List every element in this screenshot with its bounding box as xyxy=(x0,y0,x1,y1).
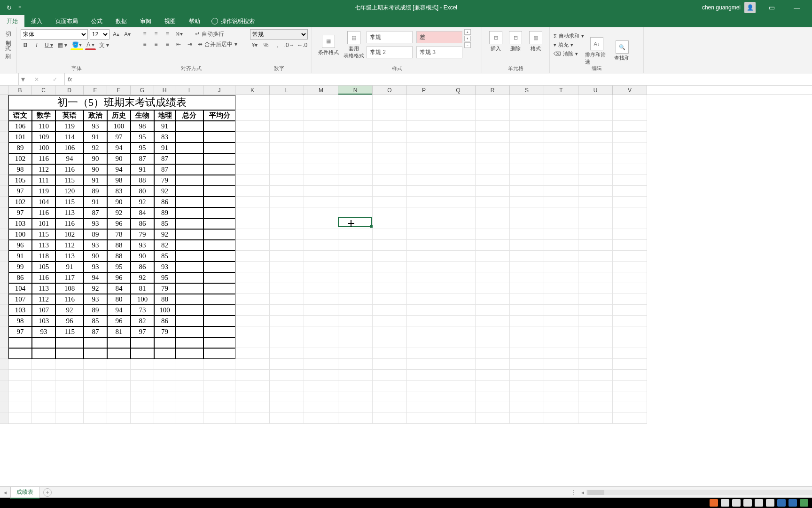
column-header-D[interactable]: D xyxy=(55,86,84,95)
conditional-formatting-button[interactable]: ▦条件格式 xyxy=(316,29,341,61)
tab-home[interactable]: 开始 xyxy=(0,15,24,27)
ime-indicator-icon[interactable] xyxy=(710,499,718,507)
column-header-C[interactable]: C xyxy=(32,86,55,95)
column-header-U[interactable]: U xyxy=(578,86,613,95)
sheet-tab-active[interactable]: 成绩表 xyxy=(10,486,39,499)
insert-cells-button[interactable]: ⊞插入 xyxy=(486,29,506,54)
column-header-Q[interactable]: Q xyxy=(441,86,476,95)
font-color-button[interactable]: A ▾ xyxy=(85,40,96,50)
increase-indent-icon[interactable]: ⇥ xyxy=(185,40,195,49)
column-header-G[interactable]: G xyxy=(131,86,154,95)
worksheet-grid[interactable]: 初一（5）班期末考试成绩表语文数学英语政治历史生物地理总分平均分10611011… xyxy=(0,95,812,486)
column-header-V[interactable]: V xyxy=(613,86,647,95)
align-bottom-icon[interactable]: ≡ xyxy=(163,29,172,39)
font-size-select[interactable]: 12 xyxy=(90,29,109,40)
tab-review[interactable]: 审阅 xyxy=(133,15,158,27)
column-header-O[interactable]: O xyxy=(373,86,407,95)
decrease-decimal-icon[interactable]: ←.0 xyxy=(297,40,308,50)
tab-insert[interactable]: 插入 xyxy=(24,15,49,27)
qat-dropdown[interactable]: ⁼ xyxy=(18,4,22,11)
status-icon-6[interactable] xyxy=(777,499,786,507)
align-middle-icon[interactable]: ≡ xyxy=(151,29,161,39)
fx-label[interactable]: fx xyxy=(65,76,75,83)
status-icon-8[interactable] xyxy=(800,499,808,507)
user-account[interactable]: chen guangmei 👤 xyxy=(702,2,756,13)
autosum-button[interactable]: Σ 自动求和 ▾ xyxy=(554,32,584,40)
column-header-F[interactable]: F xyxy=(107,86,131,95)
align-center-icon[interactable]: ≡ xyxy=(151,40,161,49)
horizontal-scrollbar[interactable]: ⋮ ◂ xyxy=(570,489,812,496)
increase-font-icon[interactable]: A▴ xyxy=(111,30,121,39)
align-right-icon[interactable]: ≡ xyxy=(163,40,172,49)
cell-style-bad[interactable]: 差 xyxy=(416,31,462,43)
cell-style-normal[interactable]: 常规 xyxy=(367,31,413,43)
phonetic-guide-button[interactable]: 文 ▾ xyxy=(98,40,110,50)
styles-gallery-spinner[interactable]: ▴▾⌄ xyxy=(464,29,471,61)
underline-button[interactable]: U ▾ xyxy=(43,40,55,50)
column-header-I[interactable]: I xyxy=(175,86,203,95)
select-all-corner[interactable] xyxy=(0,86,8,95)
status-icon-7[interactable] xyxy=(789,499,797,507)
format-cells-button[interactable]: ▧格式 xyxy=(526,29,546,54)
status-icon-4[interactable] xyxy=(755,499,763,507)
fill-button[interactable]: ▾ 填充 ▾ xyxy=(554,41,584,49)
cell-style-normal-2[interactable]: 常规 2 xyxy=(367,46,413,58)
sheet-nav-prev-icon[interactable]: ◂ xyxy=(0,489,10,496)
fill-color-button[interactable]: 🪣▾ xyxy=(70,40,83,50)
comma-icon[interactable]: , xyxy=(273,40,282,50)
status-icon-3[interactable] xyxy=(743,499,752,507)
formula-input[interactable] xyxy=(75,73,812,85)
tab-formulas[interactable]: 公式 xyxy=(85,15,109,27)
cell-style-normal-3[interactable]: 常规 3 xyxy=(416,46,462,58)
status-icon-5[interactable] xyxy=(766,499,774,507)
wrap-text-button[interactable]: ↵ 自动换行 xyxy=(194,29,226,39)
decrease-font-icon[interactable]: A▾ xyxy=(123,30,132,39)
column-header-S[interactable]: S xyxy=(510,86,544,95)
column-header-M[interactable]: M xyxy=(304,86,338,95)
align-left-icon[interactable]: ≡ xyxy=(140,40,149,49)
column-header-T[interactable]: T xyxy=(544,86,578,95)
column-header-R[interactable]: R xyxy=(476,86,510,95)
status-icon-2[interactable] xyxy=(732,499,741,507)
column-header-K[interactable]: K xyxy=(235,86,270,95)
column-header-P[interactable]: P xyxy=(407,86,441,95)
status-icon-1[interactable] xyxy=(721,499,729,507)
border-button[interactable]: ▦ ▾ xyxy=(56,40,69,50)
decrease-indent-icon[interactable]: ⇤ xyxy=(174,40,183,49)
tab-help[interactable]: 帮助 xyxy=(182,15,207,27)
format-as-table-button[interactable]: ▤套用 表格格式 xyxy=(341,29,367,61)
name-box-dropdown-icon[interactable]: ▾ xyxy=(19,73,27,85)
column-header-H[interactable]: H xyxy=(154,86,175,95)
format-painter-button[interactable]: 式刷 xyxy=(4,48,13,57)
tab-view[interactable]: 视图 xyxy=(158,15,182,27)
scrollbar-thumb[interactable] xyxy=(587,490,604,495)
percent-icon[interactable]: % xyxy=(261,40,271,50)
scrollbar-track[interactable] xyxy=(586,490,812,495)
clear-button[interactable]: ⌫ 清除 ▾ xyxy=(554,50,584,58)
minimize-button[interactable]: — xyxy=(788,4,806,11)
scroll-left-icon[interactable]: ◂ xyxy=(579,489,586,496)
number-format-select[interactable]: 常规 xyxy=(250,29,308,40)
merge-center-button[interactable]: ⬌ 合并后居中 ▾ xyxy=(196,40,239,49)
column-header-B[interactable]: B xyxy=(8,86,32,95)
new-sheet-button[interactable]: + xyxy=(43,488,52,497)
tab-data[interactable]: 数据 xyxy=(109,15,133,27)
cancel-formula-icon[interactable]: ✕ xyxy=(34,76,39,83)
increase-decimal-icon[interactable]: .0→ xyxy=(284,40,295,50)
tab-page-layout[interactable]: 页面布局 xyxy=(49,15,85,27)
cut-button[interactable]: 切 xyxy=(4,29,13,39)
tell-me-search[interactable]: 操作说明搜索 xyxy=(207,15,255,27)
italic-button[interactable]: I xyxy=(32,40,41,50)
delete-cells-button[interactable]: ⊟删除 xyxy=(506,29,525,54)
bold-button[interactable]: B xyxy=(21,40,30,50)
column-header-J[interactable]: J xyxy=(203,86,235,95)
name-box[interactable] xyxy=(0,73,19,85)
column-header-L[interactable]: L xyxy=(270,86,304,95)
orientation-icon[interactable]: ⤭▾ xyxy=(174,29,184,39)
align-top-icon[interactable]: ≡ xyxy=(140,29,149,39)
column-header-E[interactable]: E xyxy=(84,86,107,95)
ribbon-display-options-icon[interactable]: ▭ xyxy=(762,4,781,11)
font-name-select[interactable]: 宋体 xyxy=(21,29,88,40)
currency-icon[interactable]: ¥▾ xyxy=(250,40,259,50)
enter-formula-icon[interactable]: ✓ xyxy=(53,76,57,83)
